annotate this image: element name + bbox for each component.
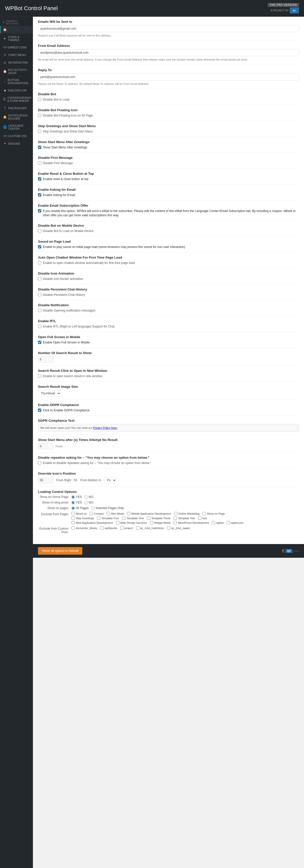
unit-select[interactable]: Px % [104, 477, 117, 484]
search-result-count-input[interactable] [38, 356, 53, 363]
show-start-menu-greetings-checkbox[interactable] [38, 146, 41, 149]
enable-reset-close-checkbox-label[interactable]: Enable reset & close button at top [38, 177, 299, 181]
search-result-new-window-checkbox[interactable] [38, 374, 41, 378]
disable-notification-checkbox[interactable] [38, 309, 41, 312]
show-on-pages-selected-label[interactable]: Selected Pages Only [91, 506, 124, 510]
sidebar-item-button-integrations[interactable]: → BUTTON INTEGRATIONS [0, 76, 33, 87]
show-on-pages-selected-radio[interactable] [91, 506, 94, 510]
show-on-pages-all-radio[interactable] [71, 506, 75, 510]
sidebar-item-addons[interactable]: ✦ ADDONS [0, 140, 33, 147]
page-checkbox-widget-mode[interactable]: Widget Mode [150, 521, 171, 524]
reply-to-input[interactable] [38, 73, 299, 81]
enable-rtl-checkbox[interactable] [38, 325, 41, 328]
skip-greetings-checkbox-label[interactable]: Skip Greetings and Show Start Menu [38, 129, 299, 134]
page-checkbox-template-four[interactable]: Template Four [97, 517, 119, 520]
sound-page-load-checkbox[interactable] [38, 245, 41, 248]
search-result-image-size-select[interactable]: Thumbnail Medium Large Full [38, 390, 61, 397]
show-home-page-row: Show on Home Page YES NO [38, 495, 299, 499]
show-home-page-yes-radio[interactable] [71, 495, 75, 499]
custom-post-project[interactable]: project [120, 526, 133, 530]
disable-persistent-chat-checkbox[interactable] [38, 293, 41, 296]
disable-repeative-asking-checkbox-label[interactable]: Enable to disable repeative asking for –… [38, 461, 299, 465]
enable-reset-close-checkbox[interactable] [38, 177, 41, 181]
show-home-page-no-label[interactable]: NO [84, 495, 93, 499]
sidebar-item-faq-builder[interactable]: ? FAQ BUILDER [0, 104, 33, 112]
enable-asking-email-checkbox-label[interactable]: Enable Asking for Email [38, 193, 299, 197]
from-email-input[interactable] [38, 49, 299, 56]
from-right-input[interactable] [38, 477, 53, 483]
page-checkbox-show-on-page[interactable]: Show on Page [203, 512, 225, 515]
disable-icon-animation-label-text: Disable icon border animation [43, 277, 83, 281]
disable-icon-animation-checkbox[interactable] [38, 277, 41, 280]
enable-email-subscription-checkbox-label[interactable]: If you enable this option, WPBot will se… [38, 209, 299, 218]
emails-sent-to-input[interactable] [38, 25, 299, 32]
page-checkbox-mini-mode[interactable]: Mini-Mode [107, 512, 124, 515]
sidebar-item-conversations[interactable]: ☰ CONVERSATIONS & FORM MAKER [0, 94, 33, 104]
disable-icon-animation-checkbox-label[interactable]: Disable icon border animation [38, 277, 299, 281]
custom-post-wpfbposts[interactable]: wpfbposts [100, 526, 117, 530]
page-checkbox-skip-greetings[interactable]: Skip Greetings [71, 517, 94, 520]
show-home-page-no-radio[interactable] [84, 495, 88, 499]
page-checkbox-template-two[interactable]: Template Two [174, 517, 195, 520]
enable-asking-email-title: Enable Asking for Email [38, 188, 299, 191]
page-checkbox-contact[interactable]: Contact [90, 512, 103, 515]
page-checkbox-about-us[interactable]: About us [71, 512, 87, 515]
enable-gdpr-checkbox-label[interactable]: Click to Enable GDPR Compliance [38, 408, 299, 412]
page-checkbox-test[interactable]: test [198, 517, 207, 520]
reset-button[interactable]: Reset all options to Default [38, 547, 82, 555]
disable-first-message-checkbox-label[interactable]: Disable First Message [38, 161, 299, 165]
auto-open-chatbot-checkbox[interactable] [38, 261, 41, 265]
enable-rtl-checkbox-label[interactable]: Enable RTL (Right to Left language) Supp… [38, 324, 299, 329]
page-checkbox-template-one[interactable]: Template One [122, 517, 144, 520]
enable-gdpr-checkbox[interactable] [38, 408, 41, 412]
page-checkbox-web-app-dev[interactable]: Web Application Development [71, 521, 113, 524]
disable-bot-mobile-checkbox[interactable] [38, 229, 41, 232]
custom-post-qc-mlst-zapier[interactable]: qc_mlst_zapier [167, 526, 190, 530]
disable-bot-floating-checkbox[interactable] [38, 114, 41, 117]
show-blog-posts-yes-radio[interactable] [71, 501, 75, 504]
open-fullscreen-mobile-checkbox-label[interactable]: Enable Open Full Screen in Mobile [38, 340, 299, 345]
disable-repeative-asking-checkbox[interactable] [38, 461, 41, 465]
show-start-menu-greetings-checkbox-label[interactable]: Show Start Menu After Greetings [38, 145, 299, 150]
show-start-menu-attempts-input[interactable] [38, 443, 53, 449]
disable-notification-checkbox-label[interactable]: Disable Opening notification messages [38, 309, 299, 313]
enable-asking-email-checkbox[interactable] [38, 193, 41, 196]
open-fullscreen-mobile-checkbox[interactable] [38, 341, 41, 344]
sidebar-item-embed-code[interactable]: </> EMBED CODE [0, 43, 33, 51]
search-result-new-window-checkbox-label[interactable]: Enable to open search result in new wind… [38, 374, 299, 378]
sidebar-item-icons-themes[interactable]: ★ ICONS & THEMES [0, 33, 33, 43]
sidebar-item-retargeting[interactable]: ◎ RETARGETING [0, 59, 33, 66]
page-checkbox-online-marketing[interactable]: Online Marketing [174, 512, 200, 515]
sidebar-item-custom-css[interactable]: </> CUSTOM CSS [0, 132, 33, 140]
sidebar-item-notification-builder[interactable]: 🔔 NOTIFICATION BUILDER [0, 112, 33, 122]
sound-page-load-checkbox-label[interactable]: Enable to play sound on initial page loa… [38, 245, 299, 249]
page-checkbox-wpbot-pro[interactable]: wpbot-pro [227, 521, 243, 524]
show-home-page-yes-label[interactable]: YES [71, 495, 82, 499]
auto-open-chatbot-checkbox-label[interactable]: Enable to open chatbot window automatica… [38, 261, 299, 265]
sidebar-item-dialogflow[interactable]: ◆ DIALOGFLOW [0, 87, 33, 94]
page-checkbox-wpbot[interactable]: wpbot [212, 521, 223, 524]
page-checkbox-mobile-app-dev[interactable]: Mobile Application Development [127, 512, 171, 515]
sidebar-item-start-menu[interactable]: ≡ START MENU [0, 51, 33, 59]
show-blog-posts-yes-label[interactable]: YES [71, 501, 82, 504]
enable-rtl-label-text: Enable RTL (Right to Left language) Supp… [43, 324, 115, 329]
page-checkbox-web-design-services[interactable]: Web Design Services [116, 521, 147, 524]
disable-bot-floating-checkbox-label[interactable]: Disable Bot Floating Icon on All Page [38, 114, 299, 118]
show-on-pages-all-label[interactable]: All Pages [71, 506, 89, 510]
enable-email-subscription-checkbox[interactable] [38, 209, 41, 213]
disable-persistent-chat-checkbox-label[interactable]: Disable Persistent Chat History [38, 293, 299, 297]
sidebar-item-general[interactable]: 🏠 [0, 26, 33, 33]
custom-post-qc-mlst-mailchimp[interactable]: qc_mlst_mailchimp [136, 526, 164, 530]
page-checkbox-wordpress-development[interactable]: WordPress Development [174, 521, 209, 524]
sidebar-item-language-center[interactable]: 🌐 LANGUAGE CENTER [0, 122, 33, 132]
disable-first-message-checkbox[interactable] [38, 161, 41, 165]
disable-bot-checkbox-label[interactable]: Disable Bot to Load [38, 97, 299, 102]
show-blog-posts-no-label[interactable]: NO [84, 501, 93, 504]
disable-bot-mobile-checkbox-label[interactable]: Disable Bot to Load on Mobile Device [38, 229, 299, 233]
sidebar-item-bot-activity-hour[interactable]: ⏰ BOT ACTIVITY HOUR [0, 66, 33, 76]
skip-greetings-checkbox[interactable] [38, 130, 41, 133]
page-checkbox-template-three[interactable]: Template Three [147, 517, 171, 520]
disable-bot-checkbox[interactable] [38, 98, 41, 101]
show-blog-posts-no-radio[interactable] [84, 501, 88, 504]
custom-post-elementor-library[interactable]: elementor_library [71, 526, 97, 530]
